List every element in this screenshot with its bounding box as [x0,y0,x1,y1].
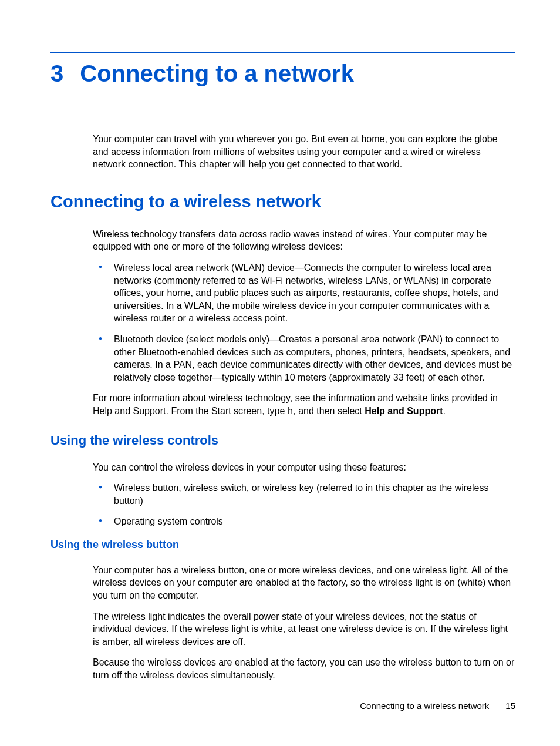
bold-text: Help and Support [365,406,443,416]
footer-section-name: Connecting to a wireless network [360,701,489,711]
section3-para3: Because the wireless devices are enabled… [93,656,515,681]
section-heading-wireless-button: Using the wireless button [50,539,515,551]
page-container: 3 Connecting to a network Your computer … [0,0,560,746]
section-heading-wireless-controls: Using the wireless controls [50,433,515,448]
section1-para2: For more information about wireless tech… [93,392,515,418]
mono-text: h [288,406,294,417]
intro-paragraph: Your computer can travel with you wherev… [93,133,515,171]
chapter-rule [50,52,515,53]
list-item: Operating system controls [114,515,515,528]
footer-page-number: 15 [505,701,515,711]
section2-bullet-list: Wireless button, wireless switch, or wir… [93,482,515,528]
section-heading-wireless-network: Connecting to a wireless network [50,192,515,211]
chapter-title: Connecting to a network [80,61,354,87]
text-span: . [443,406,446,416]
section3-para2: The wireless light indicates the overall… [93,610,515,648]
section1-para1: Wireless technology transfers data acros… [93,228,515,253]
section2-para1: You can control the wireless devices in … [93,461,515,474]
chapter-number: 3 [50,61,63,87]
list-item: Wireless local area network (WLAN) devic… [114,261,515,325]
text-span: , and then select [293,406,365,416]
page-footer: Connecting to a wireless network 15 [360,701,515,711]
list-item: Bluetooth device (select models only)—Cr… [114,333,515,384]
chapter-title-row: 3 Connecting to a network [50,61,515,87]
list-item: Wireless button, wireless switch, or wir… [114,482,515,507]
section3-para1: Your computer has a wireless button, one… [93,564,515,602]
section1-bullet-list: Wireless local area network (WLAN) devic… [93,261,515,384]
